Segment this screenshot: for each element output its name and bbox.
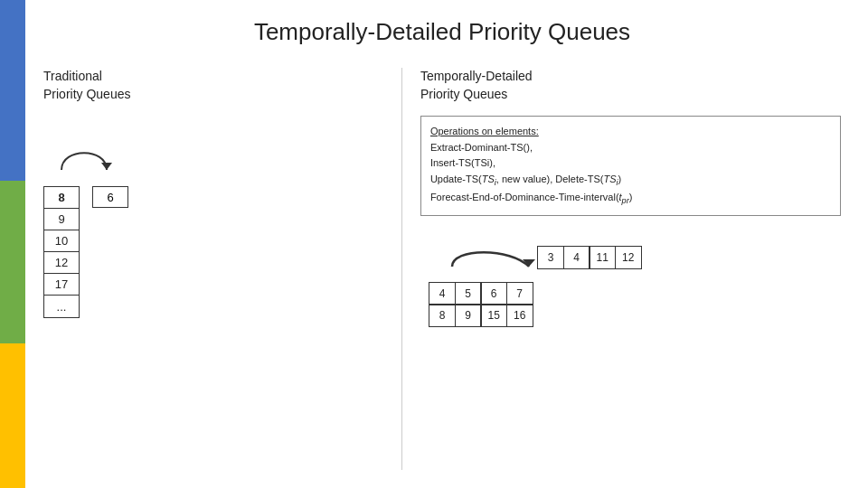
td-b1-c0: 8 [429,304,456,327]
main-content: Temporally-Detailed Priority Queues Trad… [25,0,868,488]
ops-line-1: Insert-TS(TSi), [430,155,831,172]
sidebar-bot [0,343,25,488]
td-b0-c0: 4 [429,282,456,305]
td-b1-c1: 9 [455,304,482,327]
td-b0-c2: 6 [480,282,507,305]
ops-line-3: Forecast-End-of-Dominance-Time-interval(… [430,190,831,208]
left-header-line2: Priority Queues [43,87,130,101]
td-bottom-row-1: 8 9 15 16 [429,305,533,327]
td-b1-c3: 16 [506,304,533,327]
td-top-cell-1: 4 [563,246,590,269]
right-column: Temporally-Detailed Priority Queues Oper… [402,68,841,470]
right-header-line2: Priority Queues [420,87,507,101]
page-title: Temporally-Detailed Priority Queues [43,18,841,46]
queue-stack: 8 9 10 12 17 ... [43,186,80,318]
td-b0-c1: 5 [455,282,482,305]
sidebar-mid [0,181,25,343]
operations-box: Operations on elements: Extract-Dominant… [420,116,841,216]
extract-cell: 6 [92,186,128,208]
left-column: Traditional Priority Queues 8 9 [43,68,402,470]
queue-cell-2: 10 [44,230,79,252]
trad-queue-row: 8 9 10 12 17 ... 6 [43,186,128,318]
left-col-header: Traditional Priority Queues [43,68,383,103]
traditional-diagram: 8 9 10 12 17 ... 6 [43,143,383,318]
td-bottom-grid: 4 5 6 7 8 9 15 16 [429,283,533,327]
left-header-line1: Traditional [43,69,102,83]
td-b0-c3: 7 [506,282,533,305]
queue-cell-1: 9 [44,209,79,230]
td-bottom-row-0: 4 5 6 7 [429,283,533,305]
trad-curved-arrow [52,143,125,175]
sidebar [0,0,25,488]
columns-container: Traditional Priority Queues 8 9 [43,68,841,470]
sidebar-top [0,0,25,181]
queue-cell-3: 12 [44,252,79,274]
td-diagram: 3 4 11 12 4 5 6 7 8 [420,243,841,327]
td-top-cell-3: 12 [615,246,642,269]
td-top-cell-0: 3 [537,246,564,269]
td-curved-arrow [448,243,538,276]
ops-line-2: Update-TS(TSi, new value), Delete-TS(TSi… [430,172,831,190]
ops-line-0: Extract-Dominant-TS(), [430,140,831,156]
queue-cell-4: 17 [44,274,79,296]
ops-title: Operations on elements: [430,124,831,140]
td-b1-c2: 15 [480,304,507,327]
svg-marker-0 [101,163,112,170]
queue-cell-0: 8 [44,187,79,209]
right-header-line1: Temporally-Detailed [420,69,533,83]
right-col-header: Temporally-Detailed Priority Queues [420,68,841,103]
td-top-row: 3 4 11 12 [538,246,641,268]
td-top-cell-2: 11 [589,246,616,269]
queue-cell-5: ... [44,296,79,317]
